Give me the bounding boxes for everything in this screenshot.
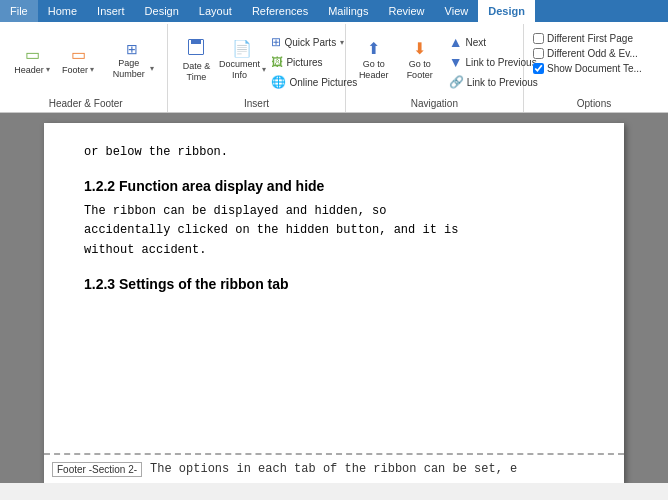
pictures-icon: 🖼	[271, 55, 283, 69]
options-group-label: Options	[530, 95, 658, 112]
go-to-header-button[interactable]: ⬆ Go toHeader	[352, 28, 396, 94]
header-icon: ▭	[25, 47, 40, 63]
footer-area: Footer -Section 2- The options in each t…	[44, 453, 624, 483]
doc-heading-2: 1.2.3 Settings of the ribbon tab	[84, 276, 584, 292]
document-page: or below the ribbon. 1.2.2 Function area…	[44, 123, 624, 483]
menu-layout[interactable]: Layout	[189, 0, 242, 22]
menu-design-active[interactable]: Design	[478, 0, 535, 22]
menu-home[interactable]: Home	[38, 0, 87, 22]
show-document-text-checkbox[interactable]: Show Document Te...	[530, 62, 645, 75]
go-to-footer-button[interactable]: ⬇ Go toFooter	[398, 28, 442, 94]
menu-mailings[interactable]: Mailings	[318, 0, 378, 22]
previous-icon: ▲	[449, 34, 463, 50]
different-odd-even-input[interactable]	[533, 48, 544, 59]
document-area: or below the ribbon. 1.2.2 Function area…	[0, 113, 668, 483]
next-icon: ▼	[449, 54, 463, 70]
quick-parts-dropdown-arrow: ▾	[340, 38, 344, 47]
different-first-page-checkbox[interactable]: Different First Page	[530, 32, 636, 45]
doc-section-2: 1.2.2 Function area display and hide The…	[84, 178, 584, 260]
show-document-text-input[interactable]	[533, 63, 544, 74]
date-time-icon	[188, 39, 204, 55]
menu-review[interactable]: Review	[379, 0, 435, 22]
doc-heading-1: 1.2.2 Function area display and hide	[84, 178, 584, 194]
header-footer-group-label: Header & Footer	[10, 95, 161, 112]
ribbon-group-insert: Date &Time 📄 DocumentInfo ▾ ⊞ Quick Part…	[168, 24, 345, 112]
page-number-dropdown-arrow: ▾	[150, 64, 154, 74]
ribbon-group-header-footer: ▭ Header ▾ ▭ Footer ▾ ⊞ Page	[4, 24, 168, 112]
link-to-previous-icon: 🔗	[449, 75, 464, 89]
document-info-dropdown-arrow: ▾	[262, 65, 266, 75]
document-info-button[interactable]: 📄 DocumentInfo ▾	[220, 28, 264, 94]
menu-view[interactable]: View	[435, 0, 479, 22]
doc-text-1: or below the ribbon.	[84, 143, 584, 162]
online-pictures-icon: 🌐	[271, 75, 286, 89]
menu-references[interactable]: References	[242, 0, 318, 22]
doc-section-1: or below the ribbon.	[84, 143, 584, 162]
menu-insert[interactable]: Insert	[87, 0, 135, 22]
footer-content-text: The options in each tab of the ribbon ca…	[150, 462, 517, 476]
ribbon: ▭ Header ▾ ▭ Footer ▾ ⊞ Page	[0, 22, 668, 113]
doc-text-2: The ribbon can be displayed and hidden, …	[84, 202, 584, 260]
different-odd-even-checkbox[interactable]: Different Odd & Ev...	[530, 47, 641, 60]
go-to-header-icon: ⬆	[367, 41, 380, 57]
go-to-footer-icon: ⬇	[413, 41, 426, 57]
footer-dropdown-arrow: ▾	[90, 65, 94, 75]
header-dropdown-arrow: ▾	[46, 65, 50, 75]
footer-icon: ▭	[71, 47, 86, 63]
ribbon-group-options: Different First Page Different Odd & Ev.…	[524, 24, 664, 112]
menu-design[interactable]: Design	[135, 0, 189, 22]
ribbon-group-navigation: ⬆ Go toHeader ⬇ Go toFooter ▲ Next ▼ Lin…	[346, 24, 524, 112]
menu-file[interactable]: File	[0, 0, 38, 22]
date-time-button[interactable]: Date &Time	[174, 28, 218, 94]
page-number-button[interactable]: ⊞ Page Number ▾	[102, 28, 161, 94]
different-first-page-input[interactable]	[533, 33, 544, 44]
insert-group-label: Insert	[174, 95, 338, 112]
quick-parts-icon: ⊞	[271, 35, 281, 49]
menubar: File Home Insert Design Layout Reference…	[0, 0, 668, 22]
footer-section-label: Footer -Section 2-	[52, 462, 142, 477]
doc-section-3: 1.2.3 Settings of the ribbon tab	[84, 276, 584, 292]
page-number-icon: ⊞	[126, 42, 138, 56]
navigation-group-label: Navigation	[352, 95, 517, 112]
header-button[interactable]: ▭ Header ▾	[10, 28, 54, 94]
footer-button[interactable]: ▭ Footer ▾	[56, 28, 100, 94]
document-info-icon: 📄	[232, 41, 252, 57]
